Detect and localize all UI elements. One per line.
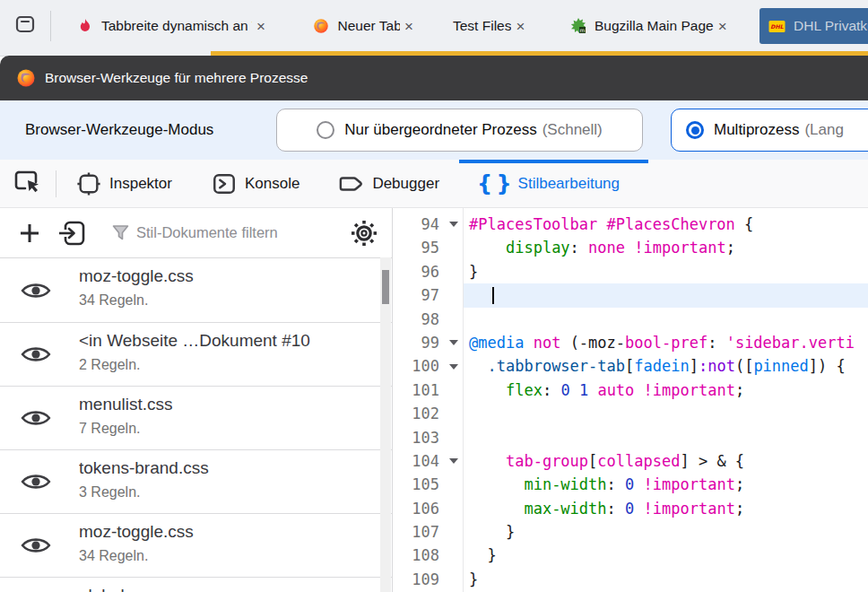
code-line-102[interactable]: 102 [393,402,868,425]
devtools-tab-konsole[interactable]: Konsole [192,160,319,207]
code-line-109[interactable]: 109} [393,568,868,591]
code-line-99[interactable]: 99@media not (-moz-bool-pref: 'sidebar.v… [393,331,868,354]
browser-tab-3[interactable]: Test Files× [444,8,539,44]
stylesheet-item[interactable]: tokens-brand.css3 Regeln. [0,449,392,513]
stylesheet-item[interactable]: <in Webseite …Dokument #102 Regeln. [0,322,392,386]
line-number: 97 [393,283,445,307]
new-stylesheet-button[interactable] [18,222,41,245]
tab-close-button[interactable]: × [404,19,413,34]
gear-options-button[interactable] [351,220,378,247]
eye-visibility-icon[interactable] [20,407,52,429]
code-line-106[interactable]: 106 max-width: 0 !important; [393,497,868,520]
code-text[interactable]: @media not (-moz-bool-pref: 'sidebar.ver… [463,331,868,354]
scrollbar-thumb[interactable] [382,270,389,304]
filter-stylesheets-input[interactable]: Stil-Dokumente filtern [136,208,278,257]
code-text[interactable] [463,426,868,449]
code-text[interactable]: #PlacesToolbar #PlacesChevron { [463,213,868,236]
devtools-tab-inspektor[interactable]: Inspektor [56,160,192,207]
line-number: 103 [393,426,445,449]
code-text[interactable]: tab-group[collapsed] > & { [463,449,868,473]
browser-toolbox-window: Browser-Werkzeuge für mehrere Prozesse B… [0,56,868,592]
code-text[interactable] [463,283,868,307]
tab-title: Neuer Tab [338,18,401,34]
devtools-tab-debugger[interactable]: Debugger [319,160,459,207]
line-number: 94 [393,213,445,236]
devtools-tab-label: Stilbearbeitung [518,175,620,193]
braces-icon: { } [477,173,510,195]
toolbox-mode-row: Browser-Werkzeuge-Modus Nur übergeordnet… [0,100,868,160]
code-text[interactable]: .tabbrowser-tab[fadein]:not([pinned]) { [463,354,868,378]
mode-option-multiprocess[interactable]: Multiprozess (Lang [671,109,868,152]
code-text[interactable]: flex: 0 1 auto !important; [463,379,868,402]
code-text[interactable]: } [463,260,868,283]
line-number: 109 [393,568,445,591]
stylesheet-item[interactable]: global.css [0,577,392,592]
devtools-tab-stilbearbeitung[interactable]: { }Stilbearbeitung [459,160,648,207]
code-line-103[interactable]: 103 [393,426,868,449]
flame-favicon [76,18,93,35]
tab-close-button[interactable]: × [516,19,525,34]
code-text[interactable]: } [463,544,868,567]
code-line-96[interactable]: 96} [393,260,868,283]
eye-visibility-icon[interactable] [20,471,52,492]
code-text[interactable]: display: none !important; [463,236,868,259]
code-line-100[interactable]: 100 .tabbrowser-tab[fadein]:not([pinned]… [393,354,868,378]
inspector-icon [76,171,101,196]
mode-option-label: Multiprozess [714,121,799,139]
code-text[interactable]: min-width: 0 !important; [463,473,868,496]
toolbox-titlebar[interactable]: Browser-Werkzeuge für mehrere Prozesse [0,56,868,100]
stylesheet-list-pane: Stil-Dokumente filtern moz-toggle.c [0,208,393,592]
code-line-98[interactable]: 98 [393,308,868,331]
fold-arrow-icon[interactable] [445,331,463,354]
css-source-editor[interactable]: 94#PlacesToolbar #PlacesChevron {95 disp… [393,208,868,592]
mode-option-label: Nur übergeordneter Prozess [344,121,537,139]
devtools-tab-label: Inspektor [109,175,172,193]
import-stylesheet-button[interactable] [57,220,86,247]
mode-option-hint: (Schnell) [542,121,603,139]
eye-visibility-icon[interactable] [20,344,52,365]
code-line-95[interactable]: 95 display: none !important; [393,236,868,259]
fold-arrow-icon [445,260,463,283]
eye-visibility-icon[interactable] [20,535,52,556]
code-line-101[interactable]: 101 flex: 0 1 auto !important; [393,379,868,402]
fold-arrow-icon[interactable] [445,449,463,473]
browser-tab-5[interactable]: DHLDHL Privatkun [760,8,868,44]
stylesheet-item[interactable]: menulist.css7 Regeln. [0,386,392,449]
code-line-94[interactable]: 94#PlacesToolbar #PlacesChevron { [393,213,868,236]
fold-arrow-icon[interactable] [445,213,463,236]
dhl-favicon: DHL [768,18,786,35]
fold-arrow-icon [445,520,463,544]
debugger-icon [339,171,364,196]
browser-tab-1[interactable]: Tabbreite dynamisch an Tab× [67,8,282,44]
line-number: 96 [393,260,445,283]
stylesheet-item[interactable]: moz-toggle.css34 Regeln. [0,513,392,577]
stylesheet-item[interactable]: moz-toggle.css34 Regeln. [0,258,392,322]
mode-option-parent-only[interactable]: Nur übergeordneter Prozess (Schnell) [276,109,643,152]
code-line-97[interactable]: 97 [393,283,868,307]
browser-tab-4[interactable]: mBugzilla Main Page× [560,8,738,44]
code-text[interactable] [463,402,868,425]
style-editor-panel: Stil-Dokumente filtern moz-toggle.c [0,208,868,592]
browser-tab-2[interactable]: Neuer Tab× [304,8,422,44]
code-line-107[interactable]: 107 } [393,520,868,544]
code-text[interactable]: max-width: 0 !important; [463,497,868,520]
node-picker-button[interactable] [0,160,56,207]
code-text[interactable]: } [463,520,868,544]
fold-arrow-icon[interactable] [445,354,463,378]
fold-arrow-icon [445,379,463,402]
code-line-108[interactable]: 108 } [393,544,868,567]
mode-option-hint: (Lang [804,121,843,139]
stylesheet-list-scrollbar[interactable] [380,257,391,592]
code-text[interactable]: } [463,568,868,591]
fold-arrow-icon [445,308,463,331]
eye-visibility-icon[interactable] [20,280,52,301]
tab-overview-button[interactable] [0,0,50,51]
tab-close-button[interactable]: × [256,19,265,34]
browser-tab-strip: Tabbreite dynamisch an Tab×Neuer Tab×Tes… [0,0,868,51]
code-line-105[interactable]: 105 min-width: 0 !important; [393,473,868,496]
tab-overview-icon [14,13,36,39]
code-text[interactable] [463,308,868,331]
code-line-104[interactable]: 104 tab-group[collapsed] > & { [393,449,868,473]
fold-arrow-icon [445,236,463,259]
tab-close-button[interactable]: × [718,19,727,34]
